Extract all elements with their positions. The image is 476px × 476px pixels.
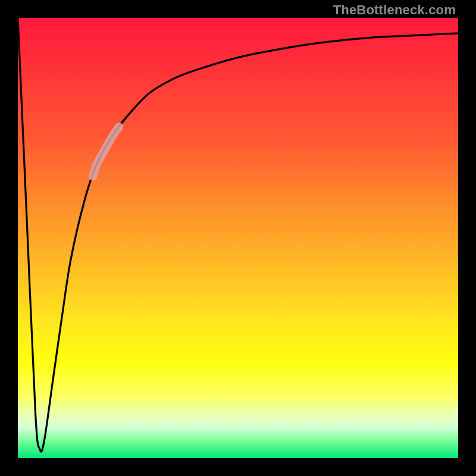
plot-area bbox=[18, 18, 458, 458]
curve-layer bbox=[18, 18, 458, 458]
curve-highlight bbox=[93, 127, 119, 176]
watermark-text: TheBottleneck.com bbox=[333, 2, 456, 18]
bottleneck-curve bbox=[18, 18, 458, 452]
chart-frame: TheBottleneck.com bbox=[0, 0, 476, 476]
